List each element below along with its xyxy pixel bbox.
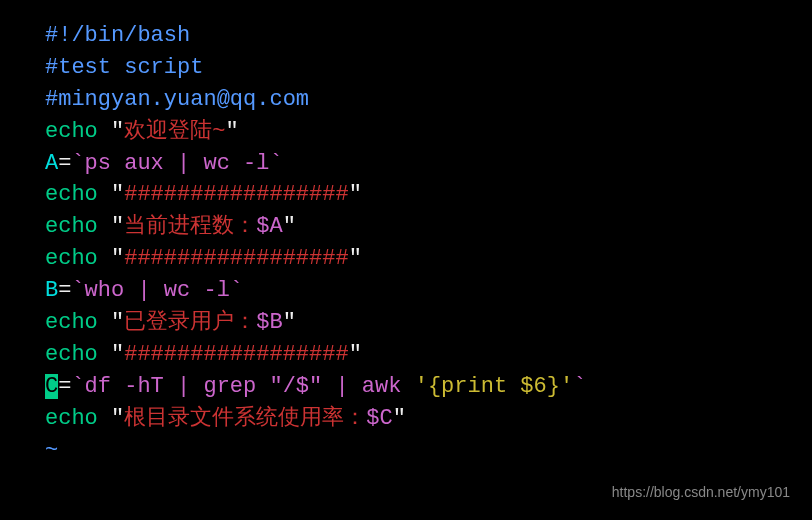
keyword-echo: echo (45, 406, 98, 431)
keyword-echo: echo (45, 342, 98, 367)
equals: = (58, 278, 71, 303)
code-line-14: ~ (45, 435, 812, 467)
quote: " (283, 310, 296, 335)
quote: " (349, 182, 362, 207)
code-line-7: echo "当前进程数：$A" (45, 211, 812, 243)
equals: = (58, 374, 71, 399)
quote: " (98, 182, 124, 207)
quote-single: ' (560, 374, 573, 399)
quote: " (98, 310, 124, 335)
code-line-5: A=`ps aux | wc -l` (45, 148, 812, 180)
quote: " (98, 119, 124, 144)
code-line-1: #!/bin/bash (45, 20, 812, 52)
keyword-echo: echo (45, 119, 98, 144)
quote: " (98, 342, 124, 367)
quote: " (349, 246, 362, 271)
quote: " (98, 214, 124, 239)
keyword-echo: echo (45, 214, 98, 239)
quote: " (98, 406, 124, 431)
string-text: 欢迎登陆~ (124, 119, 225, 144)
quote: " (283, 214, 296, 239)
code-line-9: B=`who | wc -l` (45, 275, 812, 307)
variable-ref: $B (256, 310, 282, 335)
quote: " (393, 406, 406, 431)
string-text: ################# (124, 182, 348, 207)
watermark-text: https://blog.csdn.net/ymy101 (612, 482, 790, 502)
backtick: ` (269, 151, 282, 176)
code-line-10: echo "已登录用户：$B" (45, 307, 812, 339)
keyword-echo: echo (45, 182, 98, 207)
string-text: /$ (283, 374, 309, 399)
variable-ref: $C (366, 406, 392, 431)
quote-single: ' (415, 374, 428, 399)
code-line-12: C=`df -hT | grep "/$" | awk '{print $6}'… (45, 371, 812, 403)
shebang: #!/bin/bash (45, 23, 190, 48)
string-text: ################# (124, 246, 348, 271)
command: who | wc -l (85, 278, 230, 303)
command: | awk (322, 374, 414, 399)
backtick: ` (573, 374, 586, 399)
tilde-empty-line: ~ (45, 438, 58, 463)
variable-name: B (45, 278, 58, 303)
command: df -hT | grep (85, 374, 270, 399)
code-line-11: echo "#################" (45, 339, 812, 371)
quote: " (309, 374, 322, 399)
string-text: ################# (124, 342, 348, 367)
command: ps aux | wc -l (85, 151, 270, 176)
quote: " (269, 374, 282, 399)
quote: " (225, 119, 238, 144)
backtick: ` (71, 151, 84, 176)
quote: " (98, 246, 124, 271)
comment: #mingyan.yuan@qq.com (45, 87, 309, 112)
keyword-echo: echo (45, 310, 98, 335)
code-line-4: echo "欢迎登陆~" (45, 116, 812, 148)
comment: #test script (45, 55, 203, 80)
backtick: ` (230, 278, 243, 303)
string-text: 当前进程数： (124, 214, 256, 239)
code-line-13: echo "根目录文件系统使用率：$C" (45, 403, 812, 435)
awk-body: {print $6} (428, 374, 560, 399)
code-line-6: echo "#################" (45, 179, 812, 211)
backtick: ` (71, 278, 84, 303)
string-text: 根目录文件系统使用率： (124, 406, 366, 431)
quote: " (349, 342, 362, 367)
variable-name: A (45, 151, 58, 176)
backtick: ` (71, 374, 84, 399)
keyword-echo: echo (45, 246, 98, 271)
variable-ref: $A (256, 214, 282, 239)
code-line-3: #mingyan.yuan@qq.com (45, 84, 812, 116)
cursor: C (45, 374, 58, 399)
equals: = (58, 151, 71, 176)
code-line-8: echo "#################" (45, 243, 812, 275)
string-text: 已登录用户： (124, 310, 256, 335)
code-line-2: #test script (45, 52, 812, 84)
